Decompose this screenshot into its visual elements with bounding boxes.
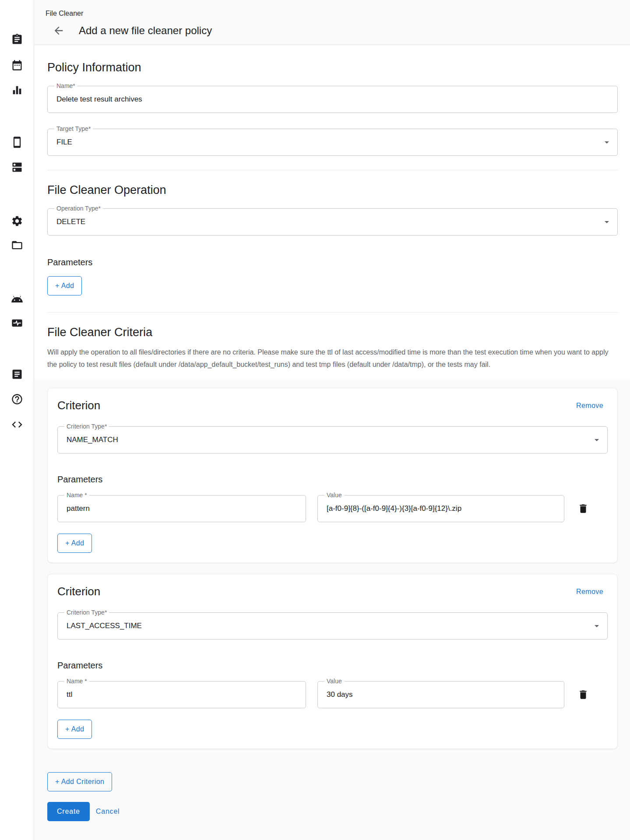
criterion-card: Criterion Remove Criterion Type* NAME_MA… (47, 388, 618, 563)
criterion-title: Criterion (57, 399, 100, 412)
pulse-monitor-icon[interactable] (9, 315, 25, 331)
operation-type-value: DELETE (56, 218, 85, 226)
criterion-type-select[interactable]: Criterion Type* NAME_MATCH (57, 426, 608, 453)
criterion-type-value: NAME_MATCH (67, 436, 118, 444)
clipboard-icon[interactable] (9, 32, 25, 47)
target-type-value: FILE (56, 138, 72, 147)
trash-icon (577, 689, 589, 700)
target-type-select[interactable]: Target Type* FILE (47, 129, 618, 156)
add-criterion-button[interactable]: + Add Criterion (47, 772, 112, 791)
parameter-name-value: ttl (67, 690, 72, 699)
parameter-name-label: Name * (64, 678, 89, 685)
criteria-heading: File Cleaner Criteria (47, 326, 618, 339)
policy-information-heading: Policy Information (47, 61, 618, 74)
main-content: File Cleaner Add a new file cleaner poli… (34, 0, 630, 840)
target-type-label: Target Type* (54, 125, 93, 133)
policy-name-field[interactable]: Name* Delete test result archives (47, 86, 618, 113)
chevron-down-icon (602, 137, 612, 148)
parameter-name-value: pattern (67, 504, 90, 513)
create-button[interactable]: Create (47, 802, 90, 821)
app-root: File Cleaner Add a new file cleaner poli… (0, 0, 630, 840)
parameter-row: Name * ttl Value 30 days (57, 681, 608, 708)
add-criterion-parameter-button[interactable]: + Add (57, 720, 92, 739)
cancel-button[interactable]: Cancel (95, 806, 121, 817)
page-header: File Cleaner Add a new file cleaner poli… (34, 0, 630, 45)
policy-name-label: Name* (54, 82, 77, 90)
calendar-icon[interactable] (9, 57, 25, 73)
trash-icon (577, 503, 589, 514)
criterion-parameters-heading: Parameters (57, 474, 608, 485)
chevron-down-icon (591, 435, 602, 445)
criteria-area: Criterion Remove Criterion Type* NAME_MA… (34, 380, 630, 840)
smartphone-icon[interactable] (9, 134, 25, 150)
parameter-value-field[interactable]: Value 30 days (317, 681, 564, 708)
article-icon[interactable] (9, 366, 25, 382)
settings-gear-icon[interactable] (9, 213, 25, 229)
parameter-value-value: [a-f0-9]{8}-([a-f0-9]{4}-){3}[a-f0-9]{12… (327, 504, 461, 513)
operation-type-select[interactable]: Operation Type* DELETE (47, 208, 618, 235)
operation-type-label: Operation Type* (54, 205, 103, 212)
folder-icon[interactable] (9, 237, 25, 253)
bar-chart-icon[interactable] (9, 82, 25, 98)
section-divider (47, 170, 618, 170)
delete-parameter-button[interactable] (576, 687, 591, 702)
form-actions: Create Cancel (47, 802, 618, 821)
parameter-name-field[interactable]: Name * ttl (57, 681, 306, 708)
criterion-parameters-heading: Parameters (57, 661, 608, 671)
parameter-value-field[interactable]: Value [a-f0-9]{8}-([a-f0-9]{4}-){3}[a-f0… (317, 495, 564, 522)
parameter-row: Name * pattern Value [a-f0-9]{8}-([a-f0-… (57, 495, 608, 522)
help-icon[interactable] (9, 391, 25, 407)
criterion-type-select[interactable]: Criterion Type* LAST_ACCESS_TIME (57, 612, 608, 640)
criterion-card-header: Criterion Remove (57, 585, 608, 598)
add-operation-parameter-button[interactable]: + Add (47, 276, 82, 295)
criteria-description: Will apply the operation to all files/di… (47, 346, 618, 371)
app-title: File Cleaner (46, 10, 630, 18)
back-arrow-icon[interactable] (52, 24, 66, 38)
policy-name-value: Delete test result archives (56, 95, 142, 104)
dns-icon[interactable] (9, 159, 25, 175)
remove-criterion-button[interactable]: Remove (575, 400, 604, 411)
criterion-card: Criterion Remove Criterion Type* LAST_AC… (47, 574, 618, 749)
section-divider (47, 312, 618, 313)
criterion-type-value: LAST_ACCESS_TIME (67, 622, 142, 630)
operation-heading: File Cleaner Operation (47, 183, 618, 197)
criterion-type-label: Criterion Type* (64, 609, 109, 616)
parameter-value-label: Value (324, 678, 344, 685)
chevron-down-icon (602, 217, 612, 227)
android-icon[interactable] (9, 290, 25, 306)
chevron-down-icon (591, 621, 602, 631)
criterion-type-label: Criterion Type* (64, 423, 109, 430)
page-title: Add a new file cleaner policy (79, 25, 212, 37)
criterion-title: Criterion (57, 585, 100, 598)
delete-parameter-button[interactable] (576, 501, 591, 516)
criterion-card-header: Criterion Remove (57, 399, 608, 412)
parameter-name-field[interactable]: Name * pattern (57, 495, 306, 522)
operation-parameters-heading: Parameters (47, 257, 618, 267)
parameter-name-label: Name * (64, 492, 89, 499)
title-row: Add a new file cleaner policy (34, 24, 630, 38)
policy-form-sheet: Policy Information Name* Delete test res… (34, 45, 630, 380)
parameter-value-value: 30 days (327, 690, 353, 699)
code-icon[interactable] (9, 417, 25, 432)
parameter-value-label: Value (324, 492, 344, 499)
remove-criterion-button[interactable]: Remove (575, 586, 604, 597)
add-criterion-parameter-button[interactable]: + Add (57, 534, 92, 553)
sidebar (0, 0, 34, 840)
